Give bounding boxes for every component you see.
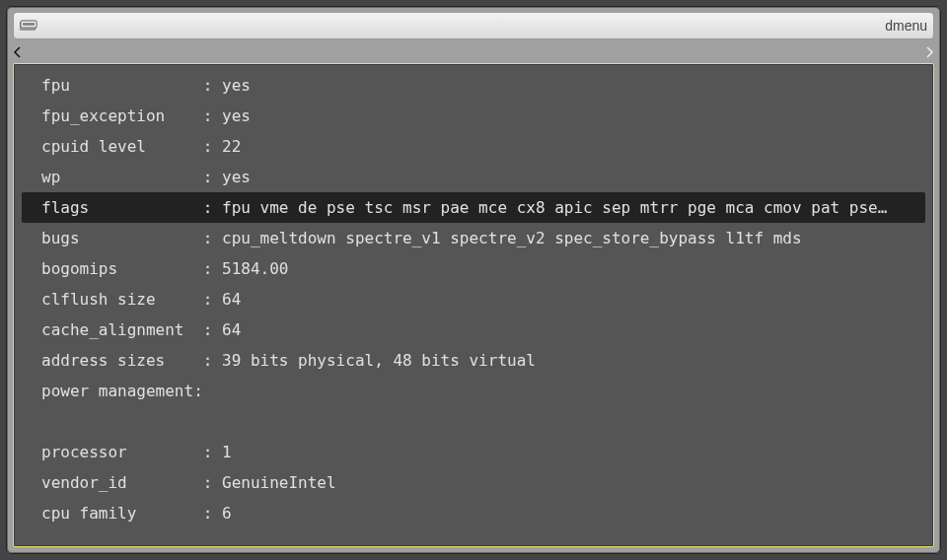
terminal-line[interactable]: address sizes : 39 bits physical, 48 bit…	[14, 345, 933, 376]
app-icon	[20, 19, 37, 33]
terminal-line[interactable]: power management:	[14, 376, 933, 406]
terminal-line[interactable]: cpuid level : 22	[14, 131, 933, 162]
svg-rect-2	[23, 23, 35, 26]
terminal-line[interactable]: processor : 1	[14, 437, 933, 467]
terminal-blank-line	[14, 406, 933, 437]
inner-frame: dmenu fpu : yesfpu_exception : yescpuid …	[6, 6, 941, 554]
window-title: dmenu	[885, 18, 927, 34]
tab-strip	[7, 43, 940, 61]
terminal-line[interactable]: wp : yes	[14, 162, 933, 192]
terminal-line[interactable]: bogomips : 5184.00	[14, 253, 933, 284]
next-tab-button[interactable]	[922, 45, 936, 59]
titlebar[interactable]: dmenu	[13, 12, 934, 39]
terminal-line[interactable]: cpu family : 6	[14, 498, 933, 528]
terminal-line[interactable]: clflush size : 64	[14, 284, 933, 315]
terminal-line[interactable]: bugs : cpu_meltdown spectre_v1 spectre_v…	[14, 223, 933, 253]
terminal-line[interactable]: fpu_exception : yes	[14, 101, 933, 131]
terminal-line[interactable]: fpu : yes	[14, 70, 933, 101]
prev-tab-button[interactable]	[11, 45, 25, 59]
terminal-line-selected[interactable]: flags : fpu vme de pse tsc msr pae mce c…	[22, 192, 925, 223]
terminal-line[interactable]: cache_alignment : 64	[14, 315, 933, 345]
window-frame: dmenu fpu : yesfpu_exception : yescpuid …	[0, 0, 947, 560]
terminal-line[interactable]: vendor_id : GenuineIntel	[14, 467, 933, 498]
terminal-output[interactable]: fpu : yesfpu_exception : yescpuid level …	[13, 63, 934, 547]
